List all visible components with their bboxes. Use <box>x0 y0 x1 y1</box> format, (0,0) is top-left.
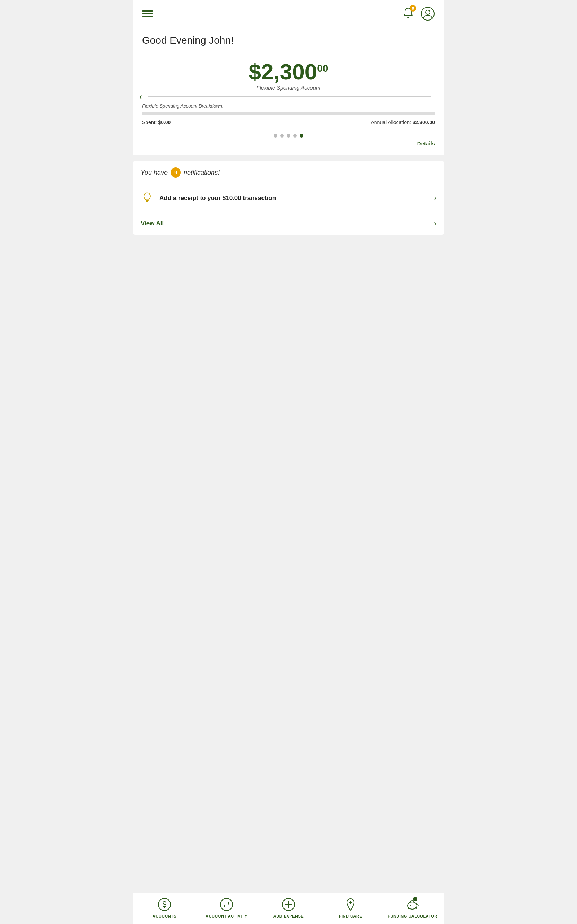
dot-2[interactable] <box>280 134 284 137</box>
plus-circle-icon <box>281 897 296 912</box>
nav-account-activity[interactable]: ACCOUNT ACTIVITY <box>195 897 258 918</box>
balance-cents: 00 <box>317 63 328 74</box>
divider <box>148 96 430 97</box>
notifications-prefix: You have <box>141 169 168 176</box>
balance-row: Spent: $0.00 Annual Allocation: $2,300.0… <box>142 120 435 125</box>
notifications-count-badge: 9 <box>171 168 181 178</box>
nav-funding-calculator[interactable]: FUNDING CALCULATOR <box>382 897 443 918</box>
notifications-suffix: notifications! <box>184 169 220 176</box>
header: 9 <box>134 0 443 27</box>
dollar-circle-icon <box>157 897 172 912</box>
notification-item[interactable]: Add a receipt to your $10.00 transaction… <box>134 184 443 212</box>
transfer-icon <box>219 897 234 912</box>
progress-bar-wrapper <box>142 111 435 115</box>
breakdown-label: Flexible Spending Account Breakdown: <box>142 103 435 109</box>
notifications-section: You have 9 notifications! Add a receipt … <box>134 161 443 234</box>
nav-add-expense[interactable]: ADD EXPENSE <box>258 897 319 918</box>
greeting-text: Good Evening John! <box>142 35 435 46</box>
notification-badge: 9 <box>410 5 416 11</box>
carousel-prev-button[interactable]: ‹ <box>139 92 142 102</box>
carousel-dots <box>142 134 435 137</box>
greeting-section: Good Evening John! <box>134 27 443 50</box>
dot-3[interactable] <box>287 134 290 137</box>
content-spacer <box>134 234 443 487</box>
balance-container: $2,300 00 <box>142 57 435 84</box>
svg-point-3 <box>220 898 233 911</box>
annual-label: Annual Allocation: $2,300.00 <box>371 120 435 125</box>
account-card: $2,300 00 Flexible Spending Account ‹ Fl… <box>134 50 443 155</box>
notification-chevron-icon: › <box>434 194 436 203</box>
nav-account-activity-label: ACCOUNT ACTIVITY <box>206 914 247 918</box>
balance-amount: $2,300 00 <box>249 61 329 83</box>
notification-icon-wrap <box>141 191 154 205</box>
svg-point-1 <box>425 10 430 15</box>
spent-label: Spent: $0.00 <box>142 120 171 125</box>
breakdown-section: Flexible Spending Account Breakdown: Spe… <box>142 100 435 129</box>
view-all-label: View All <box>141 220 164 227</box>
view-all-chevron-icon: › <box>434 219 436 228</box>
dot-1[interactable] <box>274 134 277 137</box>
profile-button[interactable] <box>421 6 435 21</box>
dot-4[interactable] <box>293 134 297 137</box>
notification-text: Add a receipt to your $10.00 transaction <box>160 195 434 202</box>
nav-find-care[interactable]: FIND CARE <box>319 897 382 918</box>
balance-dollars: $2,300 <box>249 61 318 83</box>
notification-button[interactable]: 9 <box>402 6 415 21</box>
location-plus-icon <box>343 897 358 912</box>
details-link[interactable]: Details <box>142 139 435 149</box>
svg-point-7 <box>410 905 411 906</box>
nav-funding-calculator-label: FUNDING CALCULATOR <box>388 914 437 918</box>
lightbulb-icon <box>141 191 154 204</box>
carousel-nav: ‹ <box>142 96 435 97</box>
nav-accounts-label: ACCOUNTS <box>153 914 176 918</box>
nav-accounts[interactable]: ACCOUNTS <box>134 897 195 918</box>
menu-button[interactable] <box>142 10 153 17</box>
bottom-nav: ACCOUNTS ACCOUNT ACTIVITY ADD EXPENSE FI… <box>134 893 443 924</box>
account-label: Flexible Spending Account <box>142 84 435 90</box>
view-all-row[interactable]: View All › <box>134 212 443 234</box>
nav-find-care-label: FIND CARE <box>339 914 362 918</box>
piggy-bank-icon <box>405 897 420 912</box>
nav-add-expense-label: ADD EXPENSE <box>273 914 304 918</box>
header-actions: 9 <box>402 6 435 21</box>
notifications-header: You have 9 notifications! <box>134 161 443 184</box>
dot-5[interactable] <box>300 134 303 137</box>
